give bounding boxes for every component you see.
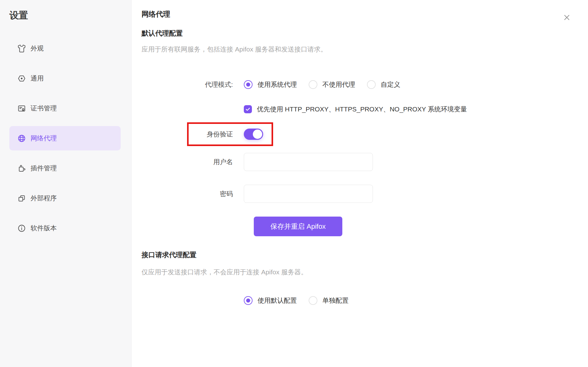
sidebar-nav: 外观 通用 证书管理 网络代理 xyxy=(9,36,121,240)
env-variables-label: 优先使用 HTTP_PROXY、HTTPS_PROXY、NO_PROXY 系统环… xyxy=(257,105,467,114)
radio-icon xyxy=(309,296,317,305)
sidebar-item-certificates[interactable]: 证书管理 xyxy=(9,96,121,120)
radio-label: 不使用代理 xyxy=(322,80,355,89)
radio-icon xyxy=(367,80,376,89)
info-icon xyxy=(17,224,26,232)
sidebar-item-plugins[interactable]: 插件管理 xyxy=(9,156,121,180)
radio-separate-config[interactable]: 单独配置 xyxy=(309,296,349,305)
sidebar-item-label: 插件管理 xyxy=(31,164,57,173)
proxy-mode-row: 代理模式: 使用系统代理 不使用代理 自定义 xyxy=(142,80,400,89)
sidebar-item-label: 证书管理 xyxy=(31,104,57,113)
radio-label: 单独配置 xyxy=(322,296,349,305)
radio-use-system-proxy[interactable]: 使用系统代理 xyxy=(244,80,297,89)
sidebar-item-network-proxy[interactable]: 网络代理 xyxy=(9,126,121,150)
radio-use-default-config[interactable]: 使用默认配置 xyxy=(244,296,297,305)
save-restart-button[interactable]: 保存并重启 Apifox xyxy=(254,217,342,236)
page-title: 网络代理 xyxy=(142,9,170,19)
radio-icon xyxy=(309,80,317,89)
username-label: 用户名 xyxy=(142,158,233,166)
proxy-mode-label: 代理模式: xyxy=(142,80,233,89)
toggle-knob xyxy=(253,130,262,139)
hexagon-gear-icon xyxy=(17,74,26,83)
radio-label: 自定义 xyxy=(381,80,400,89)
certificate-icon xyxy=(17,104,26,113)
password-row: 密码 xyxy=(142,185,373,203)
sidebar-item-general[interactable]: 通用 xyxy=(9,66,121,91)
request-proxy-description: 仅应用于发送接口请求，不会应用于连接 Apifox 服务器。 xyxy=(142,268,307,276)
network-proxy-panel: 网络代理 默认代理配置 应用于所有联网服务，包括连接 Apifox 服务器和发送… xyxy=(132,0,588,367)
radio-icon xyxy=(244,296,253,305)
checkmark-icon xyxy=(245,106,251,112)
authentication-label: 身份验证 xyxy=(142,130,233,139)
sidebar-item-label: 网络代理 xyxy=(31,134,57,143)
radio-custom-proxy[interactable]: 自定义 xyxy=(367,80,400,89)
default-proxy-heading: 默认代理配置 xyxy=(142,29,183,38)
puzzle-icon xyxy=(17,164,26,173)
sidebar-item-label: 外部程序 xyxy=(31,194,57,203)
password-label: 密码 xyxy=(142,189,233,198)
sidebar-item-label: 外观 xyxy=(31,44,44,53)
radio-icon xyxy=(244,80,253,89)
sidebar-title: 设置 xyxy=(9,9,121,22)
sidebar-item-label: 通用 xyxy=(31,74,44,83)
radio-label: 使用系统代理 xyxy=(258,80,297,89)
sidebar-item-label: 软件版本 xyxy=(31,224,57,232)
proxy-mode-options: 使用系统代理 不使用代理 自定义 xyxy=(244,80,400,89)
sidebar-item-appearance[interactable]: 外观 xyxy=(9,36,121,61)
env-variables-row: 优先使用 HTTP_PROXY、HTTPS_PROXY、NO_PROXY 系统环… xyxy=(142,105,467,114)
default-proxy-description: 应用于所有联网服务，包括连接 Apifox 服务器和发送接口请求。 xyxy=(142,45,327,54)
settings-dialog: 设置 外观 通用 证书管理 xyxy=(0,0,588,367)
request-proxy-options: 使用默认配置 单独配置 xyxy=(244,296,349,305)
request-proxy-heading: 接口请求代理配置 xyxy=(142,250,196,260)
username-row: 用户名 xyxy=(142,153,373,171)
username-input[interactable] xyxy=(244,153,373,171)
request-proxy-mode-row: 使用默认配置 单独配置 xyxy=(142,296,349,305)
authentication-toggle[interactable] xyxy=(244,129,263,140)
shirt-icon xyxy=(17,44,26,53)
radio-label: 使用默认配置 xyxy=(258,296,297,305)
settings-sidebar: 设置 外观 通用 证书管理 xyxy=(0,0,132,367)
globe-icon xyxy=(17,134,26,143)
authentication-row: 身份验证 xyxy=(142,122,263,146)
radio-no-proxy[interactable]: 不使用代理 xyxy=(309,80,355,89)
close-icon[interactable] xyxy=(562,12,572,22)
overlap-squares-icon xyxy=(17,194,26,203)
password-input[interactable] xyxy=(244,185,373,203)
sidebar-item-external-programs[interactable]: 外部程序 xyxy=(9,186,121,210)
env-variables-checkbox[interactable] xyxy=(244,105,252,113)
sidebar-item-software-version[interactable]: 软件版本 xyxy=(9,216,121,240)
